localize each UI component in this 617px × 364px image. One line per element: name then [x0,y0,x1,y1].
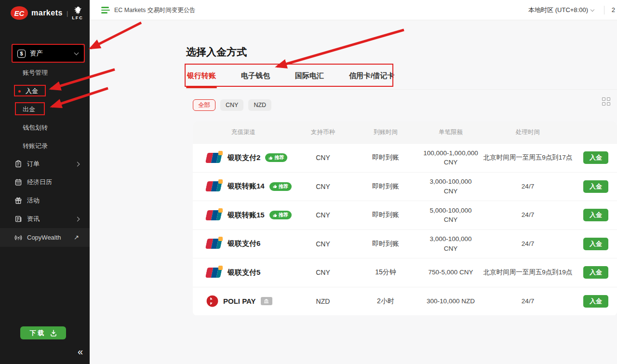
announcement-link[interactable]: EC Markets 交易时间变更公告 [101,0,196,20]
filter-cny[interactable]: CNY [220,99,243,111]
column-header: 支持币种 [294,128,352,136]
menu-item-label: 经济日历 [27,178,79,187]
liverbird-icon [72,6,83,15]
sidebar-item-account-management[interactable]: 账号管理 [0,64,90,82]
announcement-lines-icon [101,7,110,13]
arrival-cell: 即时到账 [352,211,419,219]
unionpay-icon [206,238,223,249]
deposit-button[interactable]: 入金 [583,151,608,164]
sidebar-item-withdraw[interactable]: 出金 [0,100,90,119]
brand-name: markets [31,9,63,17]
sidebar-item-label: 资产 [30,49,70,58]
currency-cell: CNY [294,240,352,248]
download-button[interactable]: 下载 [20,326,66,339]
chevron-right-icon [75,162,80,166]
tab-credit-debit-card[interactable]: 信用卡/借记卡 [348,69,395,89]
tab-e-wallet[interactable]: 电子钱包 [240,69,271,89]
channel-name: 银联支付2 [228,153,260,162]
menu-item-label: 活动 [27,196,79,205]
sidebar: EC markets | LFC $ 资产 账号管理 入金 [0,0,90,364]
clipboard-icon [14,160,22,168]
arrival-cell: 15分钟 [352,268,419,277]
limit-cell: 3,000-100,000 CNY [419,177,482,196]
unionpay-icon [206,152,223,163]
channel-cell: POLI PAY [193,295,294,307]
channel-name: 银联支付6 [228,239,260,248]
bank-badge-icon [261,297,272,305]
channel-cell: 银联支付6 [193,238,294,249]
arrival-cell: 即时到账 [352,240,419,248]
active-dot-icon [18,90,21,93]
timezone-label: 本地时区 (UTC+8:00) [528,6,588,14]
chevron-right-icon [75,216,80,221]
sidebar-item-wallet-transfer[interactable]: 钱包划转 [0,119,90,137]
unionpay-icon [206,210,223,221]
currency-cell: CNY [294,154,352,162]
deposit-channels-table: 充值渠道 支持币种 到账时间 单笔限额 处理时间 银联支付2 推荐 [193,121,617,315]
topbar-divider [604,6,604,14]
tab-bank-transfer[interactable]: 银行转账 [186,69,217,89]
brand-logo[interactable]: EC markets | LFC [11,6,83,20]
sidebar-collapse-button[interactable]: « [78,346,83,357]
assets-submenu: 账号管理 入金 出金 钱包划转 转账记录 [0,64,90,155]
page-title: 选择入金方式 [186,45,617,59]
sidebar-item-promotions[interactable]: 活动 [0,191,90,210]
column-header: 充值渠道 [193,128,294,136]
column-header: 单笔限额 [419,128,482,136]
tab-international-wire[interactable]: 国际电汇 [294,69,325,89]
topbar-partial-text: 2 [612,6,615,13]
limit-cell: 300-10,000 NZD [419,297,482,306]
channel-cell: 银联转账14 推荐 [193,181,294,192]
filter-nzd[interactable]: NZD [248,99,271,111]
lfc-logo: LFC [72,6,83,20]
thumbs-up-icon [268,156,273,160]
menu-item-label: 资讯 [27,215,71,223]
deposit-button[interactable]: 入金 [583,180,608,193]
logo-divider: | [67,10,68,17]
sidebar-item-assets[interactable]: $ 资产 [12,44,84,63]
processing-cell: 24/7 [482,239,574,249]
badge-label: 推荐 [274,154,284,161]
thumbs-up-icon [273,184,277,189]
sidebar-item-economic-calendar[interactable]: 经济日历 [0,173,90,191]
unionpay-icon [206,267,223,278]
filter-all[interactable]: 全部 [193,99,215,111]
topbar: EC Markets 交易时间变更公告 本地时区 (UTC+8:00) 2 [90,0,617,20]
unionpay-icon [206,181,223,192]
deposit-button[interactable]: 入金 [583,266,608,279]
sub-item-label: 出金 [23,105,35,114]
table-row: 银联支付2 推荐 CNY 即时到账 100,000-1,000,000 CNY … [193,143,617,172]
deposit-button[interactable]: 入金 [583,209,608,221]
grid-view-toggle-icon[interactable] [602,97,610,106]
deposit-button[interactable]: 入金 [583,295,608,308]
channel-name: POLI PAY [223,297,256,305]
chevron-down-icon [590,7,594,11]
processing-cell: 北京时间周一至周五9点到19点 [482,268,574,277]
sidebar-item-copywealth[interactable]: CopyWealth ↗ [0,228,90,247]
currency-cell: CNY [294,211,352,219]
menu-item-label: 订单 [27,160,71,168]
sidebar-item-orders[interactable]: 订单 [0,155,90,173]
badge-label: 推荐 [279,183,288,190]
table-row: 银联支付6 CNY 即时到账 3,000-100,000 CNY 24/7 入金 [193,229,617,258]
limit-cell: 100,000-1,000,000 CNY [419,148,482,167]
limit-cell: 750-5,000 CNY [419,268,482,277]
arrival-cell: 2小时 [352,297,419,306]
download-label: 下载 [30,329,46,337]
sidebar-item-news[interactable]: 资讯 [0,210,90,228]
timezone-selector[interactable]: 本地时区 (UTC+8:00) [528,0,594,20]
arrival-cell: 即时到账 [352,182,419,191]
table-row: 银联转账15 推荐 CNY 即时到账 5,000-100,000 CNY 24/… [193,201,617,229]
channel-name: 银联转账14 [228,182,265,191]
sidebar-item-deposit[interactable]: 入金 [0,82,90,100]
sub-item-label: 钱包划转 [23,123,48,132]
currency-cell: CNY [294,269,352,276]
deposit-button[interactable]: 入金 [583,238,608,250]
table-header-row: 充值渠道 支持币种 到账时间 单笔限额 处理时间 [193,121,617,143]
channel-cell: 银联转账15 推荐 [193,210,294,221]
sidebar-item-transfer-records[interactable]: 转账记录 [0,137,90,155]
currency-filters: 全部 CNY NZD [193,99,617,111]
ec-logo-icon: EC [11,6,28,20]
processing-cell: 24/7 [482,297,574,306]
external-link-icon: ↗ [74,234,79,241]
